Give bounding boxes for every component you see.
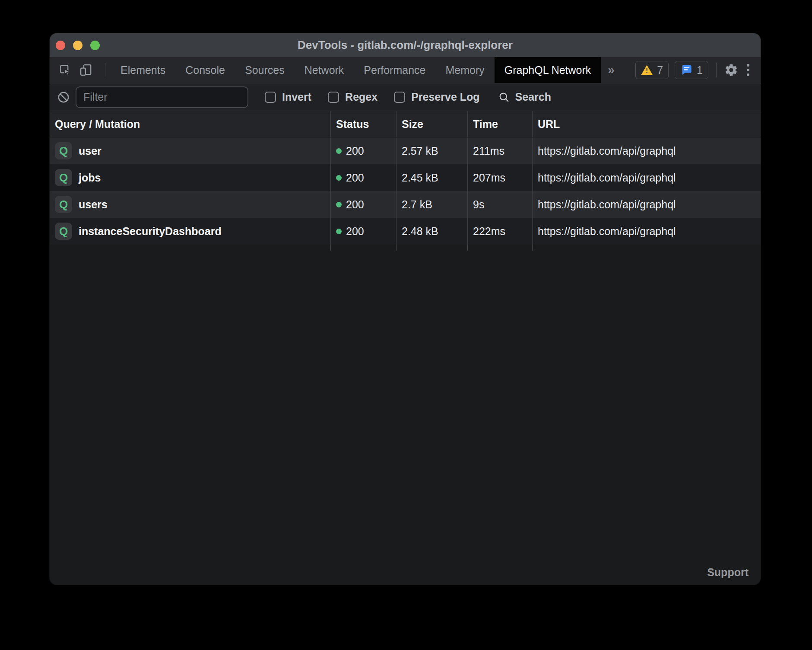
request-url: https://gitlab.com/api/graphql <box>532 137 761 164</box>
warning-count: 7 <box>657 64 663 76</box>
query-type-icon: Q <box>55 169 72 186</box>
devtools-tabbar: Elements Console Sources Network Perform… <box>50 57 761 83</box>
column-header-url: URL <box>532 111 761 137</box>
request-time: 207ms <box>467 164 532 191</box>
tab-console[interactable]: Console <box>175 57 235 83</box>
warnings-badge[interactable]: 7 <box>635 61 669 79</box>
table-header: Query / Mutation Status Size Time URL <box>50 111 761 137</box>
request-url: https://gitlab.com/api/graphql <box>532 191 761 218</box>
issues-count: 1 <box>697 64 703 76</box>
window-title: DevTools - gitlab.com/-/graphql-explorer <box>50 38 761 52</box>
status-ok-icon <box>336 175 342 181</box>
more-tabs-button[interactable]: » <box>601 57 622 83</box>
table-row[interactable]: Q jobs 200 2.45 kB 207ms https://gitlab.… <box>50 164 761 191</box>
status-ok-icon <box>336 202 342 207</box>
search-button[interactable]: Search <box>498 91 551 103</box>
tab-memory[interactable]: Memory <box>435 57 494 83</box>
titlebar: DevTools - gitlab.com/-/graphql-explorer <box>50 33 761 57</box>
search-label: Search <box>515 91 551 103</box>
tab-sources[interactable]: Sources <box>235 57 295 83</box>
table-row[interactable]: Q users 200 2.7 kB 9s https://gitlab.com… <box>50 191 761 218</box>
request-url: https://gitlab.com/api/graphql <box>532 218 761 245</box>
column-header-status: Status <box>330 111 396 137</box>
query-name: jobs <box>79 172 101 184</box>
regex-checkbox-group: Regex <box>328 91 377 103</box>
toolbar-divider <box>105 63 105 77</box>
toolbar-divider <box>716 63 717 77</box>
status-code: 200 <box>346 145 364 157</box>
regex-checkbox[interactable] <box>328 92 339 103</box>
clear-log-icon[interactable] <box>57 90 70 104</box>
tab-network[interactable]: Network <box>295 57 354 83</box>
query-type-icon: Q <box>55 142 72 159</box>
query-name: instanceSecurityDashboard <box>79 225 222 238</box>
warning-icon <box>641 65 653 75</box>
query-name: users <box>79 198 108 211</box>
tab-elements[interactable]: Elements <box>111 57 175 83</box>
inspect-element-icon[interactable] <box>58 63 72 77</box>
devtools-window: DevTools - gitlab.com/-/graphql-explorer… <box>50 33 761 585</box>
regex-label: Regex <box>345 91 377 103</box>
tab-graphql-network[interactable]: GraphQL Network <box>495 57 601 83</box>
query-type-icon: Q <box>55 196 72 213</box>
request-time: 211ms <box>467 137 532 164</box>
filter-toolbar: Invert Regex Preserve Log Search <box>50 83 761 111</box>
invert-checkbox[interactable] <box>265 92 276 103</box>
status-code: 200 <box>346 198 364 211</box>
device-toolbar-icon[interactable] <box>79 63 93 77</box>
status-code: 200 <box>346 225 364 238</box>
request-time: 9s <box>467 191 532 218</box>
column-header-size: Size <box>396 111 467 137</box>
request-url: https://gitlab.com/api/graphql <box>532 164 761 191</box>
status-ok-icon <box>336 229 342 234</box>
response-size: 2.57 kB <box>396 137 467 164</box>
issues-badge[interactable]: 1 <box>675 61 708 79</box>
column-header-query-mutation: Query / Mutation <box>50 111 330 137</box>
table-row[interactable]: Q instanceSecurityDashboard 200 2.48 kB … <box>50 218 761 245</box>
invert-checkbox-group: Invert <box>265 91 311 103</box>
request-time: 222ms <box>467 218 532 245</box>
preserve-log-label: Preserve Log <box>411 91 479 103</box>
panel-tabs: Elements Console Sources Network Perform… <box>111 57 622 83</box>
query-type-icon: Q <box>55 223 72 240</box>
preserve-log-checkbox[interactable] <box>394 92 405 103</box>
response-size: 2.45 kB <box>396 164 467 191</box>
search-icon <box>498 91 510 103</box>
status-ok-icon <box>336 148 342 154</box>
status-code: 200 <box>346 172 364 184</box>
column-guides <box>50 245 761 251</box>
column-header-time: Time <box>467 111 532 137</box>
issues-icon <box>680 64 692 76</box>
response-size: 2.7 kB <box>396 191 467 218</box>
support-link[interactable]: Support <box>707 566 749 579</box>
invert-label: Invert <box>282 91 311 103</box>
query-name: user <box>79 145 102 157</box>
tab-performance[interactable]: Performance <box>354 57 435 83</box>
settings-gear-icon[interactable] <box>724 63 738 77</box>
preserve-log-checkbox-group: Preserve Log <box>394 91 479 103</box>
table-row[interactable]: Q user 200 2.57 kB 211ms https://gitlab.… <box>50 137 761 164</box>
filter-input[interactable] <box>76 86 248 108</box>
more-options-icon[interactable] <box>744 64 752 76</box>
response-size: 2.48 kB <box>396 218 467 245</box>
